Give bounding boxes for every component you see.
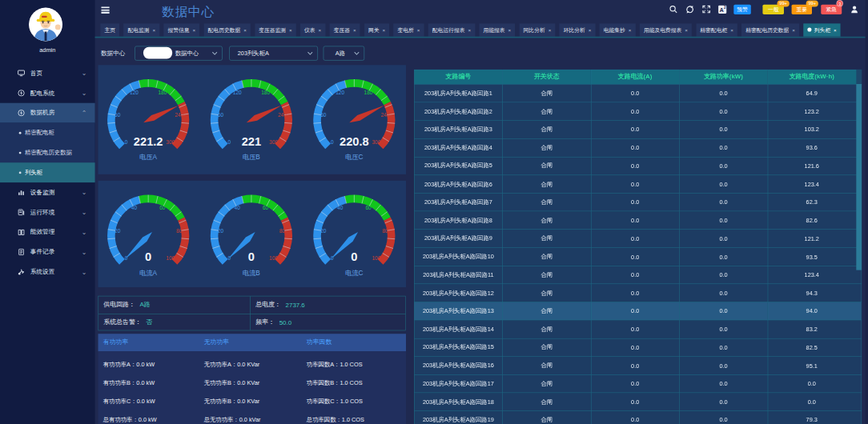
svg-text:0: 0 [228,139,231,145]
svg-text:60: 60 [365,205,372,210]
svg-text:0: 0 [351,250,357,263]
svg-text:221.2: 221.2 [134,135,163,148]
svg-text:20: 20 [115,228,121,234]
svg-text:100: 100 [166,255,175,261]
svg-text:0: 0 [125,139,128,145]
svg-text:40: 40 [131,205,138,210]
svg-text:电流A: 电流A [139,270,157,277]
svg-text:电压A: 电压A [139,154,157,161]
svg-text:221: 221 [242,135,261,148]
svg-text:20: 20 [320,228,327,234]
svg-text:0: 0 [248,250,255,263]
svg-text:20: 20 [218,228,224,234]
svg-text:60: 60 [115,112,121,118]
svg-text:300: 300 [269,139,278,145]
svg-text:180: 180 [158,90,167,95]
svg-text:220.8: 220.8 [340,135,369,148]
svg-text:240: 240 [380,112,389,118]
svg-text:40: 40 [235,205,241,210]
svg-text:60: 60 [218,112,224,118]
svg-text:电流C: 电流C [345,270,363,277]
svg-text:180: 180 [261,90,270,95]
svg-text:240: 240 [278,112,287,118]
svg-text:100: 100 [372,255,380,261]
svg-text:100: 100 [269,255,278,261]
svg-text:电压C: 电压C [345,154,363,161]
svg-text:80: 80 [382,228,388,234]
svg-text:电流B: 电流B [243,270,260,277]
svg-text:80: 80 [279,228,286,234]
svg-text:120: 120 [130,90,139,95]
svg-text:0: 0 [145,250,151,263]
svg-text:120: 120 [336,90,344,95]
svg-text:120: 120 [233,90,242,95]
svg-text:60: 60 [159,205,166,210]
svg-text:电压B: 电压B [243,154,260,161]
svg-text:300: 300 [372,139,380,145]
svg-text:300: 300 [166,139,175,145]
svg-text:40: 40 [337,205,344,210]
svg-text:60: 60 [263,205,269,210]
svg-text:0: 0 [331,139,334,145]
svg-text:60: 60 [320,112,327,118]
svg-text:240: 240 [175,112,183,118]
svg-text:180: 180 [364,90,373,95]
svg-text:80: 80 [176,228,183,234]
